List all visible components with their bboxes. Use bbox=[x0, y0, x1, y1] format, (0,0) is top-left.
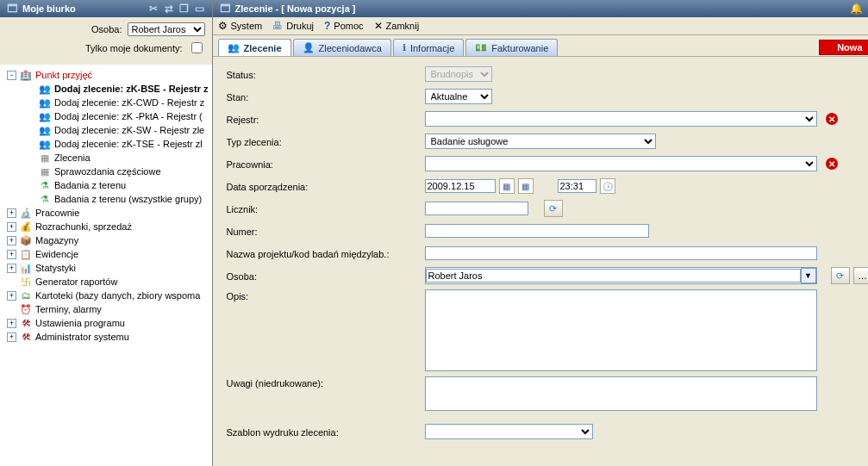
money-icon: 💵 bbox=[475, 42, 487, 53]
right-title: Zlecenie - [ Nowa pozycja ] bbox=[235, 3, 356, 14]
error-icon: ✕ bbox=[826, 113, 838, 125]
clock-icon[interactable]: 🕓 bbox=[600, 178, 615, 194]
licznik-input[interactable] bbox=[425, 202, 528, 215]
osoba-label: Osoba: bbox=[227, 270, 425, 282]
tree-node[interactable]: 👥Dodaj zlecenie: zK-TSE - Rejestr zl bbox=[0, 137, 212, 151]
licznik-label: Licznik: bbox=[227, 202, 425, 214]
left-panel: 🗔 Moje biurko ✂ ⇄ ❐ ▭ Osoba: Robert Jaro… bbox=[0, 0, 213, 466]
expand-toggle[interactable]: + bbox=[7, 332, 16, 342]
tab-zlecenie[interactable]: 👥Zlecenie bbox=[218, 39, 291, 56]
left-header: 🗔 Moje biurko ✂ ⇄ ❐ ▭ bbox=[0, 0, 212, 17]
tree-node[interactable]: 👥Dodaj zlecenie: zK-CWD - Rejestr z bbox=[0, 96, 212, 109]
tree-icon: 🗂 bbox=[19, 289, 33, 301]
expand-toggle[interactable]: + bbox=[7, 236, 16, 245]
gear-icon: ⚙ bbox=[218, 20, 228, 32]
tree-node[interactable]: 卐Generator raportów bbox=[0, 275, 212, 289]
osoba-filter-label: Osoba: bbox=[91, 24, 122, 34]
tree-node[interactable]: 👥Dodaj zlecenie: zK-BSE - Rejestr z bbox=[0, 82, 212, 96]
filter-bar: Osoba: Robert Jaros Tylko moje dokumenty… bbox=[0, 17, 212, 65]
rejestr-select[interactable] bbox=[425, 111, 817, 127]
close-icon: ✕ bbox=[374, 20, 383, 32]
tree-node[interactable]: ⚗Badania z terenu bbox=[0, 178, 212, 192]
tree-label: Pracownie bbox=[35, 208, 79, 218]
date-input[interactable] bbox=[425, 179, 496, 193]
calendar-icon[interactable]: ▦ bbox=[499, 178, 515, 194]
refresh-osoba-button[interactable]: ⟳ bbox=[831, 267, 850, 284]
nowa-button[interactable]: Nowa bbox=[819, 40, 868, 55]
osoba-dropdown-button[interactable]: ▼ bbox=[801, 268, 816, 283]
refresh-counter-button[interactable]: ⟳ bbox=[544, 200, 563, 217]
form-area: Status: Brudnopis Stan: Aktualne Rejestr… bbox=[213, 56, 869, 466]
menu-system[interactable]: ⚙System bbox=[218, 20, 263, 32]
numer-input[interactable] bbox=[425, 224, 649, 238]
stan-select[interactable]: Aktualne bbox=[425, 89, 492, 104]
info-icon: ℹ bbox=[403, 42, 406, 53]
typ-select[interactable]: Badanie usługowe bbox=[425, 134, 656, 149]
tree-node[interactable]: ▦Sprawozdania częściowe bbox=[0, 165, 212, 178]
copy-icon[interactable]: ❐ bbox=[178, 2, 191, 16]
tree-label: Kartoteki (bazy danych, zbiory wspoma bbox=[35, 290, 200, 301]
tab-informacje[interactable]: ℹInformacje bbox=[393, 39, 464, 56]
tree-node[interactable]: +🗂Kartoteki (bazy danych, zbiory wspoma bbox=[0, 289, 212, 302]
tree-icon: 💰 bbox=[19, 221, 33, 233]
expand-toggle[interactable]: + bbox=[7, 291, 16, 301]
expand-toggle[interactable]: + bbox=[7, 222, 16, 232]
expand-toggle[interactable]: + bbox=[7, 208, 16, 218]
uwagi-textarea[interactable] bbox=[425, 376, 817, 411]
tree-node[interactable]: +📊Statystyki bbox=[0, 261, 212, 275]
osoba-filter-select[interactable]: Robert Jaros bbox=[128, 22, 205, 36]
bell-icon[interactable]: 🔔 bbox=[850, 2, 864, 16]
tree-node[interactable]: +🛠Ustawienia programu bbox=[0, 316, 212, 330]
tree-node[interactable]: ⏰Terminy, alarmy bbox=[0, 302, 212, 316]
tree-node[interactable]: +🔬Pracownie bbox=[0, 206, 212, 220]
tree-node[interactable]: +📋Ewidencje bbox=[0, 247, 212, 261]
menu-drukuj[interactable]: 🖶Drukuj bbox=[272, 20, 314, 32]
szablon-select[interactable] bbox=[425, 424, 593, 439]
numer-label: Numer: bbox=[227, 225, 425, 237]
tree-icon: 👥 bbox=[38, 110, 52, 122]
tree-label: Badania z terenu bbox=[54, 180, 126, 190]
menu-zamknij[interactable]: ✕Zamknij bbox=[374, 20, 420, 32]
tree-node[interactable]: +🛠Administrator systemu bbox=[0, 330, 212, 344]
tree-view[interactable]: -🏥Punkt przyjęć👥Dodaj zlecenie: zK-BSE -… bbox=[0, 65, 212, 466]
tree-label: Badania z terenu (wszystkie grupy) bbox=[54, 194, 202, 204]
only-mine-checkbox[interactable] bbox=[191, 42, 203, 53]
pracownia-select[interactable] bbox=[425, 156, 817, 171]
tree-label: Dodaj zlecenie: zK -PktA - Rejestr ( bbox=[54, 111, 203, 121]
expand-toggle[interactable]: - bbox=[7, 71, 16, 80]
tree-icon: 🏥 bbox=[19, 69, 33, 81]
menu-pomoc[interactable]: ?Pomoc bbox=[324, 20, 364, 32]
osoba-input[interactable] bbox=[426, 269, 801, 283]
expand-toggle[interactable]: + bbox=[7, 250, 16, 259]
tree-label: Administrator systemu bbox=[35, 332, 129, 342]
minimize-icon[interactable]: ▭ bbox=[193, 2, 207, 16]
tab-zleceniodawca[interactable]: 👤Zleceniodawca bbox=[293, 39, 391, 56]
opis-textarea[interactable] bbox=[425, 289, 817, 371]
tree-label: Dodaj zlecenie: zK-SW - Rejestr zle bbox=[54, 125, 204, 135]
osoba-browse-button[interactable]: … bbox=[853, 267, 869, 284]
tree-node[interactable]: 👥Dodaj zlecenie: zK-SW - Rejestr zle bbox=[0, 123, 212, 137]
calendar-icon-2[interactable]: ▦ bbox=[518, 178, 534, 194]
tree-node[interactable]: ▦Zlecenia bbox=[0, 151, 212, 165]
tree-label: Generator raportów bbox=[35, 276, 117, 287]
error-icon-2: ✕ bbox=[826, 158, 838, 170]
tab-fakturowanie[interactable]: 💵Fakturowanie bbox=[465, 39, 558, 56]
scissors-icon[interactable]: ✂ bbox=[147, 2, 160, 16]
people-icon: 👥 bbox=[228, 42, 240, 53]
tree-node[interactable]: +💰Rozrachunki, sprzedaż bbox=[0, 220, 212, 233]
time-input[interactable] bbox=[558, 179, 596, 193]
expand-toggle[interactable]: + bbox=[7, 264, 16, 273]
tree-label: Dodaj zlecenie: zK-TSE - Rejestr zl bbox=[54, 139, 203, 149]
expand-toggle[interactable]: + bbox=[7, 319, 16, 328]
nazwa-input[interactable] bbox=[425, 246, 817, 260]
tree-node[interactable]: 👥Dodaj zlecenie: zK -PktA - Rejestr ( bbox=[0, 109, 212, 123]
tree-node[interactable]: ⚗Badania z terenu (wszystkie grupy) bbox=[0, 192, 212, 206]
right-header: 🗔 Zlecenie - [ Nowa pozycja ] 🔔 ▭ bbox=[213, 0, 869, 17]
left-title: Moje biurko bbox=[22, 3, 76, 14]
tree-node[interactable]: +📦Magazyny bbox=[0, 233, 212, 247]
tree-icon: 👥 bbox=[38, 83, 52, 95]
tree-node[interactable]: -🏥Punkt przyjęć bbox=[0, 68, 212, 82]
nazwa-label: Nazwa projektu/kod badań międzylab.: bbox=[227, 247, 425, 259]
szablon-label: Szablon wydruku zlecenia: bbox=[227, 426, 425, 438]
link-icon[interactable]: ⇄ bbox=[162, 2, 176, 16]
